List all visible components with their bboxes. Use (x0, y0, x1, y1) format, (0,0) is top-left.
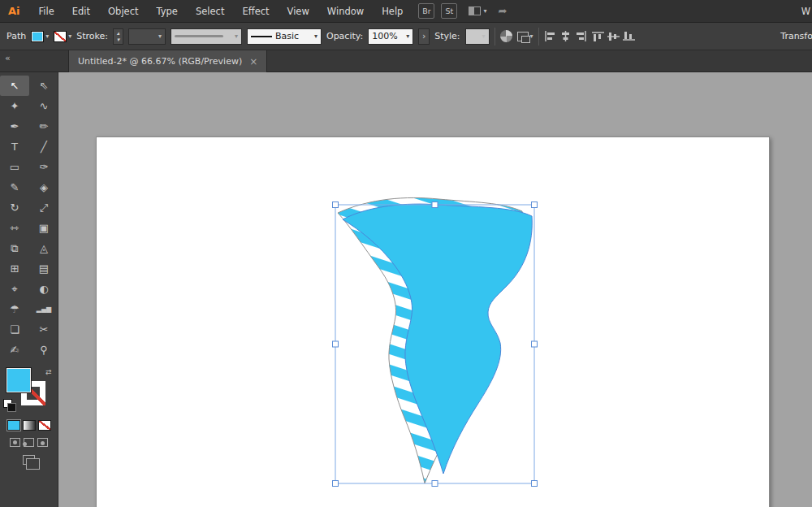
document-tab[interactable]: Untitled-2* @ 66.67% (RGB/Preview) × (68, 50, 267, 72)
menu-window[interactable]: Window (318, 6, 373, 17)
stroke-weight-dropdown[interactable]: ▾ (128, 28, 166, 45)
recolor-artwork-icon (500, 30, 512, 42)
recolor-artwork-button[interactable] (500, 30, 512, 42)
align-top-icon[interactable] (592, 31, 604, 41)
menubar-cut-text: W (801, 6, 812, 17)
opacity-label: Opacity: (326, 31, 363, 41)
selection-type-label: Path (6, 31, 26, 41)
align-right-icon[interactable] (575, 31, 587, 41)
lasso-tool[interactable]: ∿ (29, 96, 58, 116)
draw-inside-icon[interactable] (37, 438, 48, 447)
chevron-down-icon: ▾ (483, 7, 486, 15)
stroke-swatch[interactable]: ▾ (54, 31, 71, 42)
arrange-icon (517, 32, 529, 41)
handle-bottom-left[interactable] (333, 481, 339, 487)
curvature-tool[interactable]: ✏ (29, 116, 58, 136)
menu-help[interactable]: Help (373, 6, 412, 17)
gradient-tool[interactable]: ▤ (29, 258, 58, 279)
artwork-layer (58, 72, 812, 507)
pen-tool[interactable]: ✒ (0, 116, 29, 136)
arrange-button[interactable]: ▾ (517, 32, 533, 41)
paintbrush-tool[interactable]: ✑ (29, 157, 58, 177)
fill-swatch[interactable]: ▾ (31, 31, 49, 42)
rotate-tool[interactable]: ↻ (0, 197, 29, 218)
blend-tool[interactable]: ◐ (29, 279, 58, 299)
magic-wand-tool[interactable]: ✦ (0, 96, 29, 116)
color-mode-button[interactable] (7, 420, 20, 431)
rectangle-tool[interactable]: ▭ (0, 157, 29, 177)
chevron-down-icon: ▾ (406, 32, 409, 40)
zoom-tool[interactable]: ⚲ (29, 340, 58, 360)
handle-bottom-right[interactable] (532, 481, 538, 487)
menu-file[interactable]: File (30, 6, 63, 17)
width-tool[interactable]: ⇿ (0, 218, 29, 238)
align-buttons-vertical (592, 31, 635, 41)
share-icon[interactable]: ➦ (498, 5, 507, 17)
brush-dropdown[interactable]: Basic ▾ (247, 28, 322, 45)
chevron-down-icon: ▾ (45, 32, 49, 40)
column-graph-tool[interactable]: ▂▄▆ (29, 299, 58, 319)
fill-color-icon (31, 31, 44, 42)
none-mode-button[interactable] (38, 420, 51, 431)
bridge-button[interactable]: Br (418, 3, 434, 19)
control-bar: Path ▾ ▾ Stroke: ▴ ▾ ▾ ▾ Basic ▾ Opacity… (0, 23, 812, 50)
handle-top-right[interactable] (532, 202, 538, 208)
align-bottom-icon[interactable] (623, 31, 635, 41)
eyedropper-tool[interactable]: ⌖ (0, 279, 29, 299)
align-center-icon[interactable] (559, 31, 572, 41)
divider (495, 28, 495, 46)
app-logo[interactable]: Ai (0, 5, 30, 17)
align-middle-icon[interactable] (607, 31, 620, 41)
symbol-sprayer-tool[interactable]: ☂ (0, 299, 29, 319)
swap-fill-stroke-icon[interactable]: ⇄ (45, 368, 52, 376)
opacity-panel-button[interactable]: › (418, 28, 430, 45)
line-segment-tool[interactable]: ╱ (29, 136, 58, 157)
menu-effect[interactable]: Effect (233, 6, 278, 17)
width-profile-dropdown[interactable]: ▾ (171, 28, 242, 45)
transform-label[interactable]: Transform (780, 31, 812, 41)
artboard-tool[interactable]: ❏ (0, 319, 29, 340)
handle-bottom-center[interactable] (432, 481, 438, 487)
stepper-down-icon: ▾ (117, 37, 120, 43)
handle-middle-right[interactable] (532, 341, 538, 347)
draw-normal-icon[interactable] (10, 438, 20, 447)
selection-tool[interactable]: ↖ (0, 76, 29, 96)
perspective-grid-tool[interactable]: ◬ (29, 238, 58, 258)
stock-button[interactable]: St (441, 3, 457, 19)
mesh-tool[interactable]: ⊞ (0, 258, 29, 279)
eraser-tool[interactable]: ◈ (29, 177, 58, 197)
style-dropdown[interactable]: ▾ (465, 28, 490, 45)
type-tool[interactable]: T (0, 136, 29, 157)
stroke-weight-stepper[interactable]: ▴ ▾ (113, 28, 123, 45)
direct-selection-tool[interactable]: ⇖ (29, 76, 58, 96)
chevron-down-icon: ▾ (68, 32, 71, 40)
default-fill-stroke-icon[interactable] (3, 399, 12, 408)
align-left-icon[interactable] (544, 31, 556, 41)
fill-swatch-large[interactable] (6, 368, 31, 392)
draw-behind-icon[interactable] (24, 438, 34, 447)
menu-view[interactable]: View (279, 6, 318, 17)
slice-tool[interactable]: ✂ (29, 319, 58, 340)
menu-type[interactable]: Type (148, 6, 187, 17)
scale-tool[interactable]: ⤢ (29, 197, 58, 218)
opacity-value: 100% (372, 31, 397, 41)
shaper-tool[interactable]: ✎ (0, 177, 29, 197)
workspace-grid-icon (469, 6, 481, 15)
handle-top-center[interactable] (432, 202, 438, 208)
menu-object[interactable]: Object (99, 6, 147, 17)
document-tab-title: Untitled-2* @ 66.67% (RGB/Preview) (78, 56, 242, 67)
close-icon[interactable]: × (249, 56, 257, 67)
opacity-dropdown[interactable]: 100% ▾ (368, 28, 413, 45)
handle-top-left[interactable] (333, 202, 339, 208)
shape-builder-tool[interactable]: ⧉ (0, 238, 29, 258)
menu-edit[interactable]: Edit (63, 6, 99, 17)
hand-tool[interactable]: ✍ (0, 340, 29, 360)
collapse-panel-icon[interactable]: « (5, 53, 11, 63)
canvas-area[interactable] (58, 72, 812, 507)
workspace-switcher[interactable]: ▾ (469, 6, 486, 15)
menu-select[interactable]: Select (187, 6, 233, 17)
handle-middle-left[interactable] (333, 341, 339, 347)
screen-mode-icon[interactable] (23, 455, 35, 465)
gradient-mode-button[interactable] (23, 420, 36, 431)
free-transform-tool[interactable]: ▣ (29, 218, 58, 238)
